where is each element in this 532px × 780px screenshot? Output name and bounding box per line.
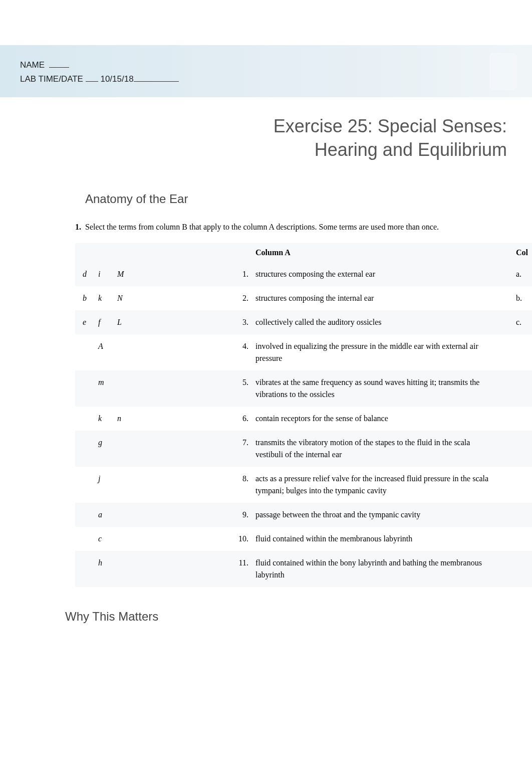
answer-cell-0[interactable]: [75, 370, 91, 407]
answer-cell-0[interactable]: [75, 431, 91, 467]
answer-cell-0[interactable]: b: [75, 286, 91, 310]
column-b-option: b.: [512, 286, 532, 310]
page-title: Exercise 25: Special Senses: Hearing and…: [0, 97, 532, 167]
date-blank-post[interactable]: [134, 81, 179, 82]
answer-cell-2[interactable]: [113, 334, 173, 370]
item-description: passage between the throat and the tympa…: [251, 503, 512, 527]
item-number: 5.: [233, 370, 251, 407]
answer-cell-0[interactable]: [75, 334, 91, 370]
item-number: 3.: [233, 310, 251, 334]
column-b-option: [512, 431, 532, 467]
item-number: 4.: [233, 334, 251, 370]
section-heading-why: Why This Matters: [0, 587, 532, 624]
answer-cell-3[interactable]: [173, 370, 233, 407]
table-body: diM1.structures composing the external e…: [75, 262, 532, 587]
name-blank[interactable]: [49, 67, 69, 68]
table-row: h11.fluid contained within the bony laby…: [75, 551, 532, 587]
table-row: j8.acts as a pressure relief valve for t…: [75, 467, 532, 503]
answer-cell-0[interactable]: e: [75, 310, 91, 334]
answer-cell-2[interactable]: n: [113, 407, 173, 431]
answer-cell-3[interactable]: [173, 407, 233, 431]
section-heading-anatomy: Anatomy of the Ear: [0, 167, 532, 206]
item-number: 11.: [233, 551, 251, 587]
answer-cell-3[interactable]: [173, 431, 233, 467]
answer-cell-1[interactable]: m: [91, 370, 113, 407]
answer-cell-3[interactable]: [173, 551, 233, 587]
column-b-header: Col: [512, 243, 532, 262]
answer-cell-1[interactable]: i: [91, 262, 113, 286]
item-number: 6.: [233, 407, 251, 431]
answer-cell-3[interactable]: [173, 527, 233, 551]
item-number: 8.: [233, 467, 251, 503]
answer-cell-0[interactable]: [75, 551, 91, 587]
header-blank-1: [75, 243, 91, 262]
column-b-option: [512, 407, 532, 431]
answer-cell-1[interactable]: k: [91, 407, 113, 431]
answer-cell-2[interactable]: [113, 551, 173, 587]
answer-cell-2[interactable]: [113, 527, 173, 551]
answer-cell-3[interactable]: [173, 310, 233, 334]
item-description: contain receptors for the sense of balan…: [251, 407, 512, 431]
answer-cell-2[interactable]: [113, 431, 173, 467]
answer-cell-3[interactable]: [173, 467, 233, 503]
title-line-1: Exercise 25: Special Senses:: [274, 116, 507, 136]
item-description: collectively called the auditory ossicle…: [251, 310, 512, 334]
table-row: m5.vibrates at the same frequency as sou…: [75, 370, 532, 407]
answer-cell-2[interactable]: [113, 370, 173, 407]
column-b-option: a.: [512, 262, 532, 286]
answer-cell-2[interactable]: [113, 503, 173, 527]
column-b-option: [512, 370, 532, 407]
answer-cell-0[interactable]: [75, 467, 91, 503]
item-number: 2.: [233, 286, 251, 310]
answer-cell-3[interactable]: [173, 262, 233, 286]
header-blank-3: [113, 243, 173, 262]
table-row: c10.fluid contained within the membranou…: [75, 527, 532, 551]
question-instruction: 1. Select the terms from column B that a…: [0, 206, 532, 237]
answer-cell-3[interactable]: [173, 334, 233, 370]
name-label: NAME: [20, 60, 45, 70]
item-description: structures composing the internal ear: [251, 286, 512, 310]
table-row: efL3.collectively called the auditory os…: [75, 310, 532, 334]
answer-cell-1[interactable]: A: [91, 334, 113, 370]
column-a-header: Column A: [251, 243, 512, 262]
header-blank-2: [91, 243, 113, 262]
item-number: 9.: [233, 503, 251, 527]
item-description: acts as a pressure relief valve for the …: [251, 467, 512, 503]
matching-table: Column A Col diM1.structures composing t…: [75, 243, 532, 587]
answer-cell-1[interactable]: f: [91, 310, 113, 334]
answer-cell-0[interactable]: [75, 527, 91, 551]
answer-cell-1[interactable]: h: [91, 551, 113, 587]
item-description: fluid contained within the bony labyrint…: [251, 551, 512, 587]
item-description: structures composing the external ear: [251, 262, 512, 286]
answer-cell-3[interactable]: [173, 286, 233, 310]
table-row: bkN2.structures composing the internal e…: [75, 286, 532, 310]
date-label: LAB TIME/DATE: [20, 74, 83, 84]
title-line-2: Hearing and Equilibrium: [315, 139, 507, 160]
instruction-text: Select the terms from column B that appl…: [85, 223, 439, 231]
item-description: fluid contained within the membranous la…: [251, 527, 512, 551]
table-row: diM1.structures composing the external e…: [75, 262, 532, 286]
answer-cell-1[interactable]: c: [91, 527, 113, 551]
answer-cell-1[interactable]: j: [91, 467, 113, 503]
item-number: 1.: [233, 262, 251, 286]
date-blank-pre[interactable]: [86, 81, 98, 82]
table-row: A4.involved in equalizing the pressure i…: [75, 334, 532, 370]
table-row: g7.transmits the vibratory motion of the…: [75, 431, 532, 467]
answer-cell-1[interactable]: k: [91, 286, 113, 310]
answer-cell-2[interactable]: [113, 467, 173, 503]
matching-table-container: Column A Col diM1.structures composing t…: [0, 237, 532, 587]
answer-cell-2[interactable]: N: [113, 286, 173, 310]
item-number: 7.: [233, 431, 251, 467]
answer-cell-2[interactable]: M: [113, 262, 173, 286]
answer-cell-1[interactable]: a: [91, 503, 113, 527]
name-field-line: NAME: [20, 60, 512, 70]
column-b-option: [512, 334, 532, 370]
answer-cell-0[interactable]: [75, 503, 91, 527]
answer-cell-1[interactable]: g: [91, 431, 113, 467]
item-description: vibrates at the same frequency as sound …: [251, 370, 512, 407]
answer-cell-0[interactable]: d: [75, 262, 91, 286]
answer-cell-2[interactable]: L: [113, 310, 173, 334]
item-description: transmits the vibratory motion of the st…: [251, 431, 512, 467]
answer-cell-3[interactable]: [173, 503, 233, 527]
answer-cell-0[interactable]: [75, 407, 91, 431]
